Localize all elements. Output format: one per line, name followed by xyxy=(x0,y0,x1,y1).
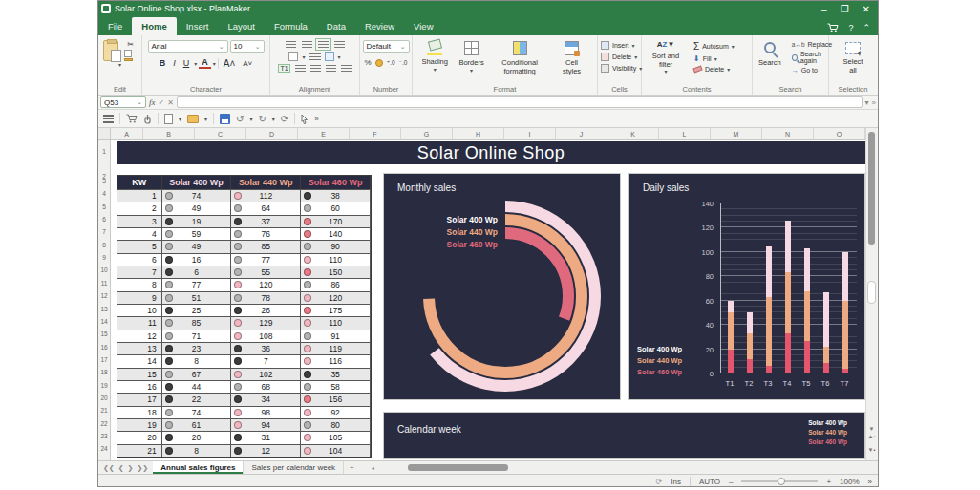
autosum-button[interactable]: ΣAutosum▾ xyxy=(693,41,735,52)
cell-value[interactable]: 37 xyxy=(231,215,301,227)
delete-contents-button[interactable]: Delete▾ xyxy=(693,66,735,73)
table-row[interactable]: 172234156 xyxy=(117,393,371,405)
italic-button[interactable]: I xyxy=(170,58,179,68)
formula-bar-dropdown[interactable]: ▾ xyxy=(865,98,869,107)
cell-styles-button[interactable]: Cell styles xyxy=(552,38,592,75)
insert-mode-indicator[interactable]: Ins xyxy=(671,478,681,486)
new-document-icon[interactable] xyxy=(164,114,173,124)
pointer-icon[interactable] xyxy=(301,114,309,124)
confirm-entry-button[interactable]: ✓ xyxy=(159,98,165,107)
column-header-K[interactable]: K xyxy=(607,128,659,139)
cell-value[interactable]: 94 xyxy=(231,418,301,431)
cell-value[interactable]: 85 xyxy=(162,316,232,329)
align-right-icon[interactable] xyxy=(326,65,336,72)
minimize-button[interactable]: – xyxy=(821,4,827,14)
cell-value[interactable]: 77 xyxy=(231,253,301,266)
cell-value[interactable]: 110 xyxy=(301,253,371,266)
daily-sales-chart[interactable]: Daily sales 020406080100120140 T1T2T3T4T… xyxy=(628,173,865,400)
cell-value[interactable]: 60 xyxy=(301,202,371,214)
row-header-13[interactable]: 13 xyxy=(98,306,110,312)
next-sheet-icon[interactable]: ❯ xyxy=(128,464,134,472)
cell-value[interactable]: 19 xyxy=(162,215,232,227)
cell-value[interactable]: 112 xyxy=(231,189,301,202)
cell-value[interactable]: 85 xyxy=(231,240,301,252)
paste-dropdown[interactable]: ▾ xyxy=(118,61,121,68)
row-header-15[interactable]: 15 xyxy=(98,330,110,337)
cell-value[interactable]: 74 xyxy=(162,406,232,418)
row-header-20[interactable]: 20 xyxy=(98,394,110,401)
cell-value[interactable]: 78 xyxy=(231,291,301,304)
zoom-in-button[interactable]: + xyxy=(826,478,831,486)
format-painter-icon[interactable] xyxy=(124,58,133,61)
cell-kw[interactable]: 15 xyxy=(117,368,162,380)
align-left-icon[interactable] xyxy=(295,65,306,72)
cell-kw[interactable]: 1 xyxy=(117,189,162,202)
visibility-button[interactable]: Visibility▾ xyxy=(601,64,642,73)
table-row[interactable]: 19619480 xyxy=(117,418,371,431)
row-header-10[interactable]: 10 xyxy=(98,266,110,273)
cell-value[interactable]: 91 xyxy=(301,330,371,342)
table-row[interactable]: 1487116 xyxy=(117,354,371,367)
wrap-text-icon[interactable] xyxy=(309,53,321,60)
replace-button[interactable]: a↔bReplace xyxy=(792,41,832,48)
touch-mode-icon[interactable] xyxy=(143,114,152,124)
cell-value[interactable]: 77 xyxy=(162,278,232,290)
cell-value[interactable]: 90 xyxy=(301,240,371,252)
cell-value[interactable]: 49 xyxy=(162,202,232,214)
zoom-out-button[interactable]: – xyxy=(729,478,733,486)
cell-value[interactable]: 58 xyxy=(301,380,371,393)
cell-kw[interactable]: 20 xyxy=(117,431,162,443)
sheet-tab-sales-per-calendar-week[interactable]: Sales per calendar week xyxy=(244,461,344,474)
cell-value[interactable]: 102 xyxy=(231,368,301,380)
undo-icon[interactable]: ↺ xyxy=(236,114,244,124)
cell-value[interactable]: 119 xyxy=(301,342,371,354)
zoom-slider[interactable] xyxy=(741,480,818,482)
table-row[interactable]: 202031105 xyxy=(117,431,371,443)
row-header-6[interactable]: 6 xyxy=(98,216,110,223)
cell-value[interactable]: 6 xyxy=(162,266,232,278)
cut-icon[interactable]: ✂ xyxy=(124,40,137,49)
bold-button[interactable]: B xyxy=(157,58,169,68)
cell-value[interactable]: 51 xyxy=(162,291,232,304)
table-row[interactable]: 16446858 xyxy=(117,380,371,393)
cell-kw[interactable]: 8 xyxy=(117,278,162,290)
menu-tab-formula[interactable]: Formula xyxy=(265,17,317,35)
cell-value[interactable]: 8 xyxy=(162,354,232,367)
row-header-18[interactable]: 18 xyxy=(98,369,110,375)
row-header-24[interactable]: 24 xyxy=(98,445,110,452)
conditional-formatting-button[interactable]: Conditional formatting xyxy=(491,38,548,75)
cell-value[interactable]: 7 xyxy=(231,354,301,367)
row-header-14[interactable]: 14 xyxy=(98,318,110,325)
cell-value[interactable]: 104 xyxy=(301,444,371,457)
row-header-21[interactable]: 21 xyxy=(98,407,110,414)
cell-value[interactable]: 34 xyxy=(231,393,301,405)
table-row[interactable]: 87712086 xyxy=(117,278,371,290)
font-color-button[interactable]: A xyxy=(199,57,211,69)
cell-kw[interactable]: 10 xyxy=(117,304,162,316)
toolbar-overflow[interactable]: » xyxy=(314,115,318,123)
formula-input[interactable] xyxy=(177,96,863,108)
menu-tab-data[interactable]: Data xyxy=(317,17,355,35)
auto-indicator[interactable]: AUTO xyxy=(699,478,720,486)
shop-cart-icon[interactable] xyxy=(126,114,138,123)
cell-value[interactable]: 59 xyxy=(162,227,232,240)
cell-value[interactable]: 26 xyxy=(231,304,301,316)
search-again-button[interactable]: Search again xyxy=(792,51,832,64)
cell-value[interactable]: 64 xyxy=(231,202,301,214)
cell-value[interactable]: 22 xyxy=(162,393,232,405)
table-row[interactable]: 7655150 xyxy=(117,266,371,278)
shading-button[interactable]: Shading▾ xyxy=(417,38,452,74)
table-row[interactable]: 132336119 xyxy=(117,342,371,354)
cell-value[interactable]: 8 xyxy=(162,444,232,457)
cell-kw[interactable]: 6 xyxy=(117,253,162,266)
row-header-16[interactable]: 16 xyxy=(98,344,110,351)
cell-value[interactable]: 175 xyxy=(301,304,371,316)
cell-kw[interactable]: 16 xyxy=(117,380,162,393)
row-header-17[interactable]: 17 xyxy=(98,356,110,363)
row-header-9[interactable]: 9 xyxy=(98,254,110,261)
cell-kw[interactable]: 13 xyxy=(117,342,162,354)
menu-tab-review[interactable]: Review xyxy=(355,17,404,35)
table-row[interactable]: 18749892 xyxy=(117,406,371,418)
align-top-icon[interactable] xyxy=(286,41,296,48)
menu-tab-file[interactable]: File xyxy=(98,17,132,35)
